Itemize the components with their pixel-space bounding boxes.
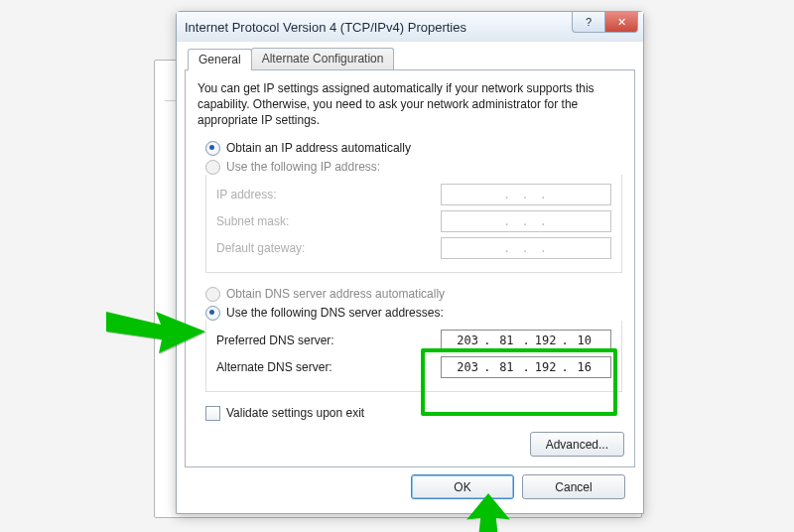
radio-ip-auto-label: Obtain an IP address automatically (226, 141, 411, 155)
checkbox-icon (205, 406, 220, 421)
input-default-gateway: . . . (441, 237, 611, 259)
question-icon: ? (586, 16, 592, 28)
tab-general-label: General (198, 53, 241, 66)
close-button[interactable]: ✕ (604, 12, 638, 33)
radio-ip-manual-label: Use the following IP address: (226, 160, 380, 174)
radio-icon (205, 306, 220, 321)
help-button[interactable]: ? (572, 12, 605, 33)
dialog-buttons: OK Cancel (411, 474, 625, 499)
ok-button-label: OK (454, 480, 470, 494)
tab-strip: General Alternate Configuration (188, 48, 393, 69)
general-tab-page: You can get IP settings assigned automat… (185, 69, 635, 467)
validate-checkbox-row[interactable]: Validate settings upon exit (205, 406, 622, 421)
radio-dns-auto[interactable]: Obtain DNS server address automatically (205, 287, 622, 302)
radio-dns-auto-label: Obtain DNS server address automatically (226, 287, 445, 301)
dialog-titlebar[interactable]: Internet Protocol Version 4 (TCP/IPv4) P… (177, 12, 643, 42)
input-alternate-dns[interactable]: 203. 81. 192. 16 (441, 356, 611, 378)
radio-ip-auto[interactable]: Obtain an IP address automatically (205, 141, 622, 156)
label-default-gateway: Default gateway: (216, 241, 305, 255)
dialog-title: Internet Protocol Version 4 (TCP/IPv4) P… (185, 20, 466, 35)
dns-group: Preferred DNS server: 203. 81. 192. 10 A… (205, 321, 622, 392)
dialog-content: General Alternate Configuration You can … (185, 48, 635, 505)
advanced-button[interactable]: Advanced... (530, 432, 624, 457)
input-subnet-mask: . . . (441, 210, 611, 232)
input-preferred-dns[interactable]: 203. 81. 192. 10 (441, 330, 611, 351)
caption-buttons: ? ✕ (572, 12, 638, 33)
tab-alternate-label: Alternate Configuration (262, 52, 384, 66)
validate-label: Validate settings upon exit (226, 406, 364, 420)
input-ip-address: . . . (441, 184, 611, 205)
description-text: You can get IP settings assigned automat… (198, 80, 622, 129)
cancel-button[interactable]: Cancel (522, 474, 625, 499)
tcpipv4-properties-dialog: Internet Protocol Version 4 (TCP/IPv4) P… (176, 11, 644, 514)
radio-icon (205, 141, 220, 156)
label-preferred-dns: Preferred DNS server: (216, 333, 334, 347)
tab-alternate-configuration[interactable]: Alternate Configuration (251, 48, 395, 69)
ok-button[interactable]: OK (411, 474, 514, 499)
radio-dns-manual[interactable]: Use the following DNS server addresses: (205, 306, 622, 321)
label-alternate-dns: Alternate DNS server: (216, 360, 332, 374)
tab-general[interactable]: General (188, 49, 252, 70)
label-ip-address: IP address: (216, 188, 276, 201)
radio-icon (205, 160, 220, 175)
radio-ip-manual[interactable]: Use the following IP address: (205, 160, 622, 175)
radio-icon (205, 287, 220, 302)
close-icon: ✕ (617, 16, 626, 29)
label-subnet-mask: Subnet mask: (216, 214, 289, 228)
advanced-button-label: Advanced... (546, 438, 608, 452)
ip-group: IP address: . . . Subnet mask: . . . Def… (205, 175, 622, 273)
cancel-button-label: Cancel (555, 480, 592, 494)
radio-dns-manual-label: Use the following DNS server addresses: (226, 306, 444, 320)
